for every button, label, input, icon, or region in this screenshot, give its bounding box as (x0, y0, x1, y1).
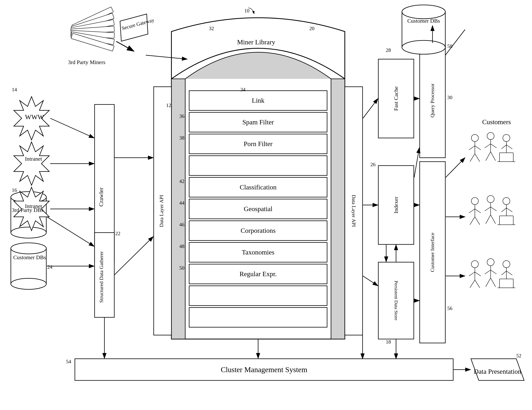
ref-28: 28 (386, 47, 391, 53)
svg-line-115 (470, 280, 475, 288)
svg-line-97 (470, 217, 475, 225)
svg-point-81 (487, 132, 494, 140)
classification-label: Classification (189, 177, 327, 197)
cluster-mgmt-label: Cluster Management System (75, 359, 453, 381)
ref-38: 38 (179, 135, 184, 141)
svg-line-120 (491, 270, 496, 274)
ref-26: 26 (370, 162, 376, 167)
data-layer-api-right-label: Data Layer API (345, 87, 362, 335)
svg-line-80 (475, 154, 480, 162)
svg-rect-127 (500, 279, 513, 288)
secure-gateway-label: Secure Gateway (120, 17, 156, 32)
svg-line-62 (363, 276, 378, 286)
svg-rect-39 (71, 13, 114, 32)
svg-line-101 (485, 207, 491, 211)
svg-rect-26 (402, 12, 445, 47)
taxonomies-label: Taxonomies (189, 243, 327, 262)
svg-line-116 (475, 280, 480, 288)
svg-line-46 (50, 118, 94, 138)
svg-rect-43 (71, 32, 114, 45)
regular-expr-label: Regular Expr. (189, 264, 327, 284)
svg-rect-16 (189, 308, 327, 327)
svg-point-87 (503, 135, 510, 142)
svg-point-31 (11, 227, 46, 238)
svg-point-34 (11, 278, 46, 289)
ref-16: 16 (12, 187, 17, 193)
svg-rect-38 (72, 7, 113, 30)
svg-line-78 (475, 146, 481, 150)
svg-line-59 (414, 148, 419, 177)
svg-point-33 (11, 243, 46, 254)
structured-data-label: Structured Data Gatherer (91, 234, 112, 319)
svg-marker-36 (14, 142, 49, 185)
svg-line-102 (491, 207, 496, 211)
svg-point-93 (471, 197, 478, 205)
svg-line-113 (469, 272, 475, 276)
ref-58: 58 (447, 43, 452, 49)
svg-line-50 (146, 55, 187, 59)
geospatial-label: Geospatial (189, 199, 327, 219)
svg-line-121 (486, 278, 491, 287)
svg-line-104 (491, 215, 495, 224)
ref-52: 52 (516, 353, 521, 359)
svg-line-70 (446, 158, 465, 177)
svg-rect-29 (11, 197, 46, 233)
miner-library-label: Miner Library (207, 39, 305, 46)
svg-point-117 (487, 259, 494, 266)
ref-18: 18 (386, 339, 391, 345)
svg-point-27 (402, 5, 445, 19)
svg-point-75 (471, 135, 478, 142)
ref-32: 32 (209, 26, 214, 31)
svg-line-125 (502, 271, 506, 275)
query-processor-label: Query Processor (419, 43, 446, 158)
ref-22: 22 (115, 231, 120, 236)
svg-rect-40 (71, 20, 114, 33)
svg-rect-91 (500, 153, 513, 162)
svg-rect-109 (500, 216, 513, 225)
svg-line-90 (506, 145, 512, 149)
svg-line-98 (475, 217, 480, 225)
svg-line-84 (491, 144, 496, 148)
svg-point-99 (487, 195, 494, 203)
svg-point-111 (471, 261, 478, 268)
svg-line-85 (486, 152, 491, 161)
spam-filter-label: Spam Filter (189, 112, 327, 132)
svg-line-77 (469, 146, 475, 150)
ref-14: 14 (12, 87, 17, 93)
intranet1-label: Intranet (18, 156, 49, 162)
svg-line-49 (116, 41, 134, 51)
svg-line-95 (469, 209, 475, 213)
svg-line-103 (486, 215, 491, 224)
svg-point-30 (11, 192, 46, 203)
ref-46: 46 (179, 222, 184, 228)
customer-dbs-right-label: Customer DBs (402, 18, 445, 24)
ref-56: 56 (447, 305, 452, 312)
ref-50: 50 (179, 265, 184, 271)
data-presentation-label: Data Presentation (471, 363, 524, 381)
ref-24: 24 (47, 264, 52, 270)
ref-54: 54 (66, 359, 71, 365)
persistent-data-store-label: Persistent Data Store (378, 262, 414, 339)
ref-20: 20 (309, 26, 314, 31)
svg-rect-3 (331, 79, 345, 339)
indexer-label: Indexer (378, 166, 414, 244)
svg-point-123 (503, 261, 510, 268)
svg-line-114 (475, 272, 481, 276)
svg-line-126 (506, 271, 512, 275)
svg-rect-32 (11, 248, 46, 284)
svg-line-108 (506, 208, 512, 212)
svg-rect-15 (189, 286, 327, 305)
customer-dbs-left-label: Customer DBs (10, 254, 49, 261)
link-label: Link (189, 91, 327, 110)
ref-48: 48 (179, 244, 184, 249)
third-party-miners-label: 3rd Party Miners (65, 59, 108, 65)
svg-point-105 (503, 197, 510, 205)
ref-42: 42 (179, 178, 184, 184)
corporations-label: Corporations (189, 221, 327, 241)
customers-label: Customers (469, 118, 524, 126)
svg-rect-42 (71, 30, 114, 38)
svg-line-86 (491, 152, 495, 161)
svg-rect-41 (71, 26, 114, 35)
www-label: WWW (21, 113, 48, 121)
third-party-dbs-label: 3rd Party DBs (8, 207, 47, 213)
